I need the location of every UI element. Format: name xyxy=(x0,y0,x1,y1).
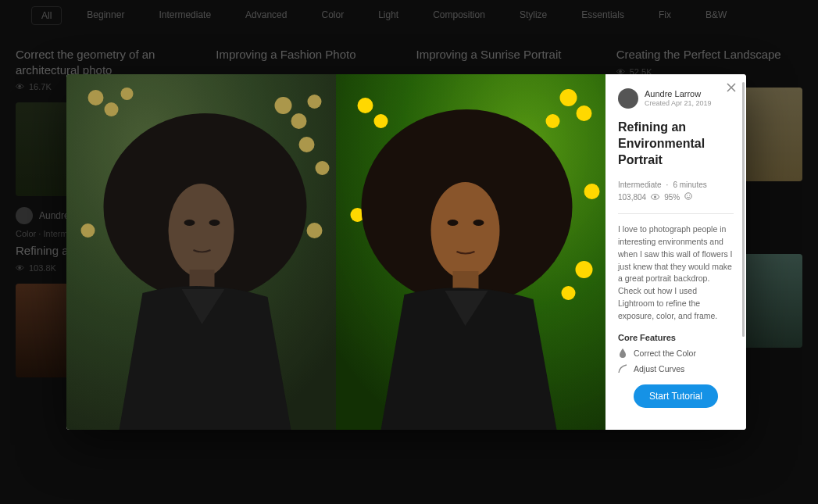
feature-label: Correct the Color xyxy=(634,349,696,358)
svg-point-19 xyxy=(546,114,560,128)
scrollbar[interactable] xyxy=(742,82,745,422)
liked-percent: 95% xyxy=(664,191,680,204)
tab-composition[interactable]: Composition xyxy=(423,6,495,25)
svg-point-25 xyxy=(562,286,576,300)
core-features-heading: Core Features xyxy=(618,333,734,342)
svg-point-33 xyxy=(685,193,691,199)
duration-label: 6 minutes xyxy=(673,179,706,191)
author-row: Aundre Larrow Created Apr 21, 2019 xyxy=(618,88,734,109)
svg-point-7 xyxy=(299,137,315,152)
tab-beginner[interactable]: Beginner xyxy=(77,6,134,25)
tab-essentials[interactable]: Essentials xyxy=(572,6,634,25)
tab-all[interactable]: All xyxy=(31,6,62,25)
svg-point-28 xyxy=(448,220,459,226)
svg-point-3 xyxy=(121,88,134,100)
level-label: Intermediate xyxy=(618,179,662,191)
svg-point-29 xyxy=(473,220,484,226)
svg-point-5 xyxy=(291,113,307,129)
card-title: Improving a Sunrise Portrait xyxy=(416,47,602,63)
author-name: Aundre xyxy=(39,210,70,221)
svg-point-18 xyxy=(577,105,592,121)
tab-light[interactable]: Light xyxy=(369,6,408,25)
before-after-image xyxy=(66,74,605,430)
views-count: 103,804 xyxy=(618,191,646,204)
divider xyxy=(618,213,734,214)
feature-label: Adjust Curves xyxy=(634,364,684,374)
svg-point-9 xyxy=(81,223,95,238)
tutorial-title: Refining an Environmental Portrait xyxy=(618,120,734,168)
tutorial-meta: Intermediate · 6 minutes 103,804 95% xyxy=(618,179,734,204)
svg-point-34 xyxy=(687,195,688,196)
author-name: Aundre Larrow xyxy=(645,89,712,99)
svg-point-32 xyxy=(654,196,656,198)
svg-point-21 xyxy=(374,114,388,128)
after-image xyxy=(336,74,605,430)
svg-point-35 xyxy=(689,195,690,196)
card-title: Correct the geometry of an architectural… xyxy=(16,47,202,77)
start-tutorial-button[interactable]: Start Tutorial xyxy=(634,384,718,408)
svg-point-2 xyxy=(105,102,119,116)
close-button[interactable] xyxy=(724,80,738,95)
author-avatar xyxy=(618,88,638,109)
svg-point-27 xyxy=(431,182,500,279)
views-icon xyxy=(651,191,659,204)
tutorial-description: I love to photograph people in interesti… xyxy=(618,223,734,322)
close-icon xyxy=(727,83,736,92)
feature-item: Correct the Color xyxy=(618,349,734,358)
svg-point-10 xyxy=(307,223,323,238)
smile-icon xyxy=(684,191,692,204)
scroll-thumb[interactable] xyxy=(742,82,745,337)
before-image xyxy=(66,74,336,430)
tab-advanced[interactable]: Advanced xyxy=(236,6,296,25)
svg-point-4 xyxy=(275,97,292,114)
tab-fix[interactable]: Fix xyxy=(649,6,680,25)
svg-point-17 xyxy=(560,89,577,106)
tutorial-details-panel: Aundre Larrow Created Apr 21, 2019 Refin… xyxy=(605,74,746,430)
author-avatar xyxy=(16,207,33,224)
tab-intermediate[interactable]: Intermediate xyxy=(149,6,220,25)
svg-point-13 xyxy=(184,220,195,226)
created-date: Created Apr 21, 2019 xyxy=(645,99,712,108)
svg-point-1 xyxy=(88,90,104,105)
card-title: Improving a Fashion Photo xyxy=(216,47,402,63)
svg-point-14 xyxy=(209,220,220,226)
curves-icon xyxy=(618,364,627,374)
svg-point-20 xyxy=(358,98,373,113)
svg-point-8 xyxy=(316,161,330,175)
feature-item: Adjust Curves xyxy=(618,364,734,374)
color-icon xyxy=(618,349,627,358)
tutorial-modal: Aundre Larrow Created Apr 21, 2019 Refin… xyxy=(66,74,746,430)
card-title: Creating the Perfect Landscape xyxy=(616,47,802,63)
tab-bw[interactable]: B&W xyxy=(696,6,736,25)
svg-point-22 xyxy=(584,184,600,199)
tab-stylize[interactable]: Stylize xyxy=(510,6,556,25)
category-tabs: All Beginner Intermediate Advanced Color… xyxy=(16,0,802,31)
svg-point-24 xyxy=(576,261,593,278)
svg-point-12 xyxy=(169,184,234,277)
tab-color[interactable]: Color xyxy=(312,6,353,25)
svg-point-6 xyxy=(308,95,322,109)
